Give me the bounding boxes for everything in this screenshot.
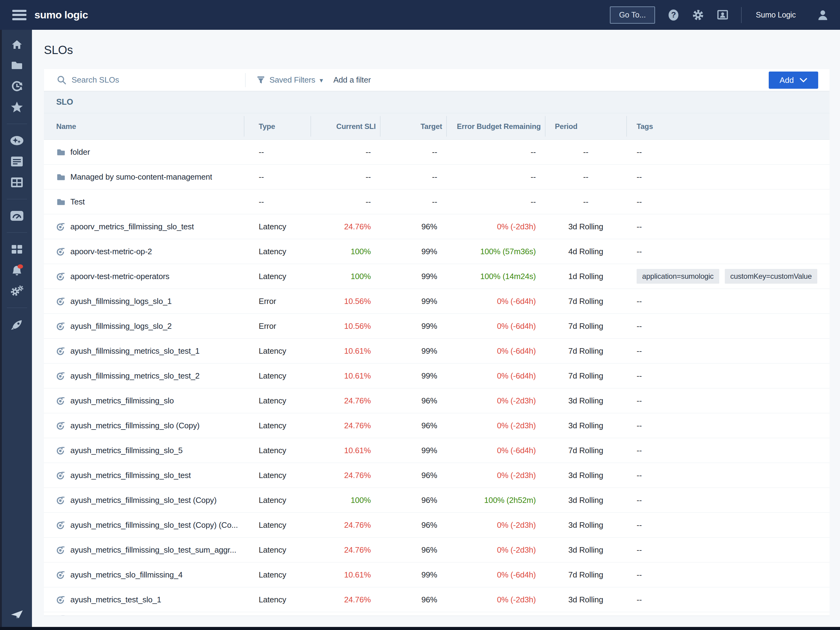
user-profile-icon[interactable] <box>817 9 829 21</box>
slo-gauge-icon <box>56 570 65 580</box>
column-header-period[interactable]: Period <box>545 113 627 139</box>
column-header-type[interactable]: Type <box>244 113 311 139</box>
slo-name: ayush_metrics_fillmissing_slo_5 <box>70 446 183 455</box>
sidebar-item-log-search[interactable] <box>1 155 33 168</box>
row-tags-cell: -- <box>627 314 829 338</box>
folders-icon <box>11 59 23 71</box>
sidebar-item-favorites[interactable] <box>1 101 33 113</box>
slo-row[interactable]: apoorv_metrics_fillmissing_slo_testLaten… <box>44 214 829 239</box>
star-icon <box>10 101 24 113</box>
slo-row[interactable]: ayush_metrics_test_slo_1Latency24.76%96%… <box>44 587 829 612</box>
row-target-cell: 99% <box>380 264 447 288</box>
slo-row[interactable]: ayush_metrics_fillmissing_slo_5Latency10… <box>44 438 829 463</box>
account-name[interactable]: Sumo Logic <box>756 11 796 19</box>
chevron-down-icon: ▾ <box>319 76 323 84</box>
sumo-logic-logo[interactable]: sumo logic <box>35 9 88 21</box>
sidebar-item-get-started[interactable] <box>1 318 33 331</box>
row-error-budget-cell: 0% (-6d4h) <box>447 438 545 463</box>
slo-gauge-icon <box>56 346 65 356</box>
folder-row[interactable]: Test------------ <box>44 189 829 214</box>
folder-row[interactable]: Managed by sumo-content-management------… <box>44 165 829 189</box>
row-type-cell: Latency <box>244 513 311 537</box>
slo-row[interactable]: ayush_metrics_fillmissing_slo (Copy)Late… <box>44 413 829 438</box>
slo-row-partial <box>44 612 829 616</box>
sidebar-item-slo-dashboards[interactable] <box>1 210 33 222</box>
slo-row[interactable]: ayush_metrics_fillmissing_slo_test_sum_a… <box>44 538 829 562</box>
row-target-cell: 96% <box>380 413 447 438</box>
slo-gauge-icon <box>56 272 65 281</box>
slo-row[interactable]: ayush_fillmissing_metrics_slo_test_2Late… <box>44 364 829 388</box>
row-target-cell: 99% <box>380 562 447 587</box>
row-type-cell: Latency <box>244 538 311 562</box>
row-period-cell: -- <box>545 165 627 189</box>
column-header-error-budget-remaining[interactable]: Error Budget Remaining <box>447 113 545 139</box>
sidebar-item-feedback[interactable] <box>1 608 33 621</box>
slo-row[interactable]: apoorv-test-metric-op-2Latency100%99%100… <box>44 239 829 264</box>
tag-chip: application=sumologic <box>636 269 719 284</box>
row-period-cell: 3d Rolling <box>545 513 627 537</box>
hamburger-menu-icon[interactable] <box>12 10 27 20</box>
add-button[interactable]: Add <box>769 71 818 89</box>
add-a-filter-button[interactable]: Add a filter <box>333 75 371 85</box>
row-name-cell: folder <box>44 140 244 164</box>
contact-card-icon[interactable] <box>717 9 729 21</box>
slo-row[interactable]: ayush_metrics_fillmissing_slo_test (Copy… <box>44 488 829 513</box>
row-error-budget-cell: 100% (2h52m) <box>447 488 545 512</box>
slo-gauge-nav-icon <box>10 210 24 221</box>
tag-chip: customKey=customValue <box>725 269 817 284</box>
row-type-cell: Latency <box>244 488 311 512</box>
row-target-cell: 99% <box>380 339 447 363</box>
slo-row[interactable]: ayush_metrics_fillmissing_slo_testLatenc… <box>44 463 829 488</box>
folder-icon <box>56 197 65 206</box>
chevron-down-icon <box>799 78 807 83</box>
row-tags-cell: -- <box>627 214 829 239</box>
help-icon[interactable]: ? <box>667 9 680 21</box>
slo-row[interactable]: ayush_fillmissing_metrics_slo_test_1Late… <box>44 339 829 364</box>
row-error-budget-cell: 0% (-2d3h) <box>447 388 545 413</box>
slo-row[interactable]: ayush_metrics_fillmissing_sloLatency24.7… <box>44 388 829 413</box>
slo-name: ayush_fillmissing_metrics_slo_test_1 <box>70 346 200 356</box>
row-tags-cell: -- <box>627 339 829 363</box>
column-header-current-sli[interactable]: Current SLI <box>311 113 380 139</box>
row-type-cell: Latency <box>244 264 311 288</box>
column-header-name[interactable]: Name <box>44 113 244 139</box>
saved-filters-label: Saved Filters <box>270 75 315 85</box>
sidebar-item-recents[interactable] <box>1 80 33 92</box>
sidebar-item-administration[interactable] <box>1 285 33 297</box>
slo-row[interactable]: ayush_metrics_slo_fillmissing_4Latency10… <box>44 562 829 587</box>
main-content: SLOs Saved Filters ▾ Add a filter Add <box>32 30 840 627</box>
column-header-target[interactable]: Target <box>380 113 447 139</box>
folder-row[interactable]: folder------------ <box>44 140 829 165</box>
row-name-cell: ayush_fillmissing_logs_slo_2 <box>44 314 244 338</box>
sidebar-item-folders[interactable] <box>1 59 33 71</box>
column-header-tags[interactable]: Tags <box>627 113 829 139</box>
slo-row[interactable]: ayush_fillmissing_logs_slo_2Error10.56%9… <box>44 314 829 339</box>
row-current-sli-cell: 10.56% <box>311 289 380 313</box>
saved-filters-dropdown[interactable]: Saved Filters ▾ <box>257 75 323 85</box>
go-to-button[interactable]: Go To... <box>610 6 655 24</box>
slo-row[interactable]: ayush_fillmissing_logs_slo_1Error10.56%9… <box>44 289 829 314</box>
row-tags-cell: -- <box>627 388 829 413</box>
sidebar-item-app-catalog[interactable] <box>1 243 33 255</box>
sidebar-item-copilot[interactable] <box>1 134 33 147</box>
row-period-cell: 3d Rolling <box>545 463 627 488</box>
sidebar-item-home[interactable] <box>1 38 33 50</box>
add-button-label: Add <box>780 76 794 85</box>
search-input[interactable] <box>72 75 231 85</box>
row-name-cell: ayush_metrics_fillmissing_slo_test <box>44 463 244 488</box>
row-tags-cell: -- <box>627 165 829 189</box>
svg-text:?: ? <box>671 10 676 19</box>
row-tags-cell: -- <box>627 413 829 438</box>
slo-name: apoorv-test-metric-op-2 <box>70 247 152 256</box>
row-current-sli-cell: 10.61% <box>311 562 380 587</box>
sidebar-item-alerts[interactable] <box>1 264 33 276</box>
row-period-cell: 1d Rolling <box>545 264 627 288</box>
slo-row[interactable]: apoorv-test-metric-operatorsLatency100%9… <box>44 264 829 289</box>
table-column-header-row: Name Type Current SLI Target Error Budge… <box>44 113 829 140</box>
row-tags-cell: -- <box>627 438 829 463</box>
settings-gear-icon[interactable] <box>692 9 704 21</box>
slo-row[interactable]: ayush_metrics_fillmissing_slo_test (Copy… <box>44 513 829 538</box>
filter-bar: Saved Filters ▾ Add a filter Add <box>44 69 829 91</box>
sidebar-item-dashboards[interactable] <box>1 176 33 189</box>
slo-name: ayush_metrics_fillmissing_slo_test (Copy… <box>70 496 216 505</box>
